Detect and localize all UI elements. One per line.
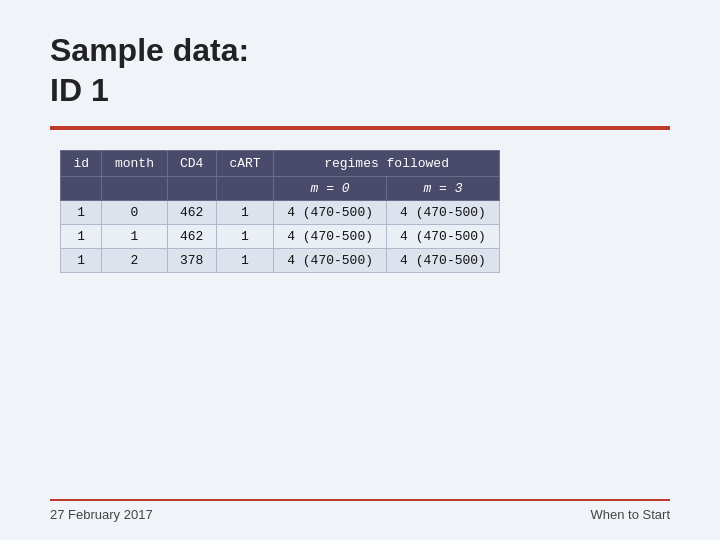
sub-id: [61, 177, 102, 201]
col-regimes: regimes followed: [274, 151, 500, 177]
table-row: 1146214 (470-500)4 (470-500): [61, 225, 500, 249]
accent-bar: [50, 126, 670, 130]
table-cell: 4 (470-500): [274, 225, 387, 249]
table-cell: 462: [167, 201, 216, 225]
slide: Sample data: ID 1 id month CD4 cART regi…: [0, 0, 720, 540]
footer: 27 February 2017 When to Start: [50, 499, 670, 522]
table-cell: 1: [61, 201, 102, 225]
table-cell: 1: [61, 225, 102, 249]
table-wrapper: id month CD4 cART regimes followed m = 0…: [60, 150, 670, 273]
table-cell: 378: [167, 249, 216, 273]
table-cell: 1: [216, 225, 273, 249]
table-cell: 0: [102, 201, 167, 225]
table-cell: 2: [102, 249, 167, 273]
col-cd4: CD4: [167, 151, 216, 177]
slide-title: Sample data: ID 1: [50, 30, 670, 110]
table-cell: 4 (470-500): [274, 201, 387, 225]
title-line2: ID 1: [50, 72, 109, 108]
sub-cd4: [167, 177, 216, 201]
title-line1: Sample data:: [50, 32, 249, 68]
table-cell: 1: [216, 249, 273, 273]
table-cell: 462: [167, 225, 216, 249]
data-table: id month CD4 cART regimes followed m = 0…: [60, 150, 500, 273]
table-row: 1237814 (470-500)4 (470-500): [61, 249, 500, 273]
sub-month: [102, 177, 167, 201]
table-cell: 1: [216, 201, 273, 225]
col-id: id: [61, 151, 102, 177]
footer-date: 27 February 2017: [50, 507, 153, 522]
table-cell: 4 (470-500): [274, 249, 387, 273]
table-row: 1046214 (470-500)4 (470-500): [61, 201, 500, 225]
table-cell: 4 (470-500): [387, 249, 500, 273]
sub-cart: [216, 177, 273, 201]
table-cell: 4 (470-500): [387, 201, 500, 225]
table-body: 1046214 (470-500)4 (470-500)1146214 (470…: [61, 201, 500, 273]
table-cell: 1: [102, 225, 167, 249]
table-subheader-row: m = 0 m = 3: [61, 177, 500, 201]
footer-title: When to Start: [591, 507, 670, 522]
table-cell: 4 (470-500): [387, 225, 500, 249]
sub-m0: m = 0: [274, 177, 387, 201]
table-header-row: id month CD4 cART regimes followed: [61, 151, 500, 177]
col-cart: cART: [216, 151, 273, 177]
col-month: month: [102, 151, 167, 177]
table-cell: 1: [61, 249, 102, 273]
sub-m3: m = 3: [387, 177, 500, 201]
